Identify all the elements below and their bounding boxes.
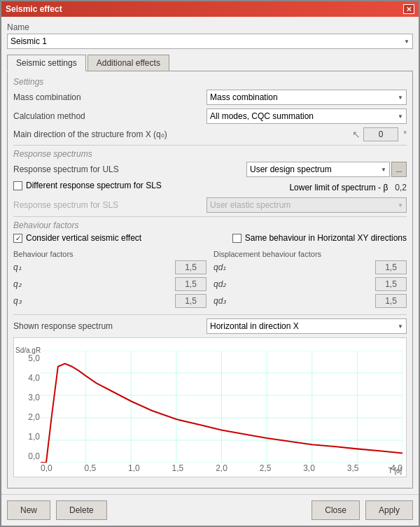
bottom-buttons: New Delete Close Apply (1, 494, 419, 526)
qd3-row: qd₃ 1,5 (214, 294, 407, 308)
consider-vertical-checkbox[interactable] (13, 234, 22, 243)
different-sls-checkbox[interactable] (13, 181, 22, 190)
response-uls-dropdown[interactable]: User design spectrum ▼ (246, 162, 390, 177)
window-title: Seismic effect (6, 4, 62, 14)
main-direction-row: Main direction of the structure from X (… (13, 127, 407, 141)
direction-unit: ° (403, 129, 407, 139)
different-sls-label: Different response spectrum for SLS (26, 181, 162, 190)
different-sls-row: Different response spectrum for SLS (13, 181, 162, 190)
q3-input[interactable]: 1,5 (175, 294, 206, 308)
behaviour-section-label: Behaviour factors (13, 220, 407, 230)
chart-area: Sd/a.gR T [s] 5,0 4,0 3,0 2,0 1,0 0,0 0,… (13, 337, 407, 477)
calc-method-row: Calculation method All modes, CQC summat… (13, 108, 407, 124)
close-button-bottom[interactable]: Close (312, 500, 360, 520)
calc-method-value: All modes, CQC summation (210, 111, 314, 121)
qd3-label: qd₃ (214, 296, 375, 306)
qd1-input[interactable]: 1,5 (375, 260, 407, 274)
q1-row: q₁ 1,5 (13, 260, 206, 274)
close-button[interactable]: ✕ (403, 4, 414, 14)
q2-input[interactable]: 1,5 (175, 277, 206, 291)
mass-combination-label: Mass combination (13, 92, 206, 102)
shown-spectrum-arrow: ▼ (398, 323, 403, 330)
response-sls-arrow: ▼ (398, 202, 403, 209)
divider-1 (13, 145, 407, 146)
q1-input[interactable]: 1,5 (175, 260, 206, 274)
name-dropdown[interactable]: Seismic 1 ▼ (7, 34, 413, 49)
qd2-input[interactable]: 1,5 (375, 277, 407, 291)
name-value: Seismic 1 (10, 36, 47, 46)
q2-label: q₂ (13, 279, 175, 289)
tab-additional-effects[interactable]: Additional effects (88, 55, 169, 71)
chart-svg (41, 351, 402, 463)
lower-limit-label: Lower limit of spectrum - β (289, 183, 388, 192)
lower-limit-value: 0,2 (395, 183, 407, 192)
calc-method-arrow: ▼ (398, 113, 403, 120)
apply-button[interactable]: Apply (365, 500, 413, 520)
qd1-label: qd₁ (214, 262, 375, 272)
divider-2 (13, 216, 407, 217)
new-button[interactable]: New (7, 500, 50, 520)
response-uls-row: Response spectrum for ULS User design sp… (13, 162, 407, 177)
qd3-input[interactable]: 1,5 (375, 294, 407, 308)
qd1-row: qd₁ 1,5 (214, 260, 407, 274)
behaviour-factors-cols: Behaviour factors q₁ 1,5 q₂ 1,5 q₃ 1,5 (13, 250, 407, 311)
mass-combination-value: Mass combination (210, 92, 278, 102)
lower-limit-row: Lower limit of spectrum - β 0,2 (289, 183, 407, 192)
qd2-label: qd₂ (214, 279, 375, 289)
behaviour-col: Behaviour factors q₁ 1,5 q₂ 1,5 q₃ 1,5 (13, 250, 206, 311)
shown-spectrum-label: Shown response spectrum (13, 321, 206, 331)
settings-section-label: Settings (13, 77, 407, 87)
behaviour-factors-label: Behaviour factors (13, 250, 206, 258)
name-label: Name (7, 22, 413, 32)
mass-combination-row: Mass combination Mass combination ▼ (13, 90, 407, 105)
name-dropdown-arrow: ▼ (404, 38, 410, 45)
y-ticks: 5,0 4,0 3,0 2,0 1,0 0,0 (15, 353, 40, 461)
delete-button[interactable]: Delete (56, 500, 107, 520)
divider-3 (13, 314, 407, 315)
name-group: Name Seismic 1 ▼ (7, 22, 413, 49)
qd2-row: qd₂ 1,5 (214, 277, 407, 291)
response-sls-label: Response spectrum for SLS (13, 200, 206, 210)
same-behaviour-row: Same behaviour in Horizontal XY directio… (232, 233, 407, 243)
main-direction-input[interactable]: 0 (363, 127, 398, 141)
tab-content: Settings Mass combination Mass combinati… (7, 71, 413, 489)
calc-method-dropdown[interactable]: All modes, CQC summation ▼ (206, 108, 407, 124)
q1-label: q₁ (13, 262, 175, 272)
response-uls-label: Response spectrum for ULS (13, 164, 246, 174)
response-uls-extra-btn[interactable]: ... (391, 162, 407, 177)
response-sls-value: User elastic spectrum (210, 200, 290, 210)
response-sls-dropdown: User elastic spectrum ▼ (206, 197, 407, 213)
consider-vertical-label: Consider vertical seismic effect (26, 233, 141, 243)
response-uls-arrow: ▼ (381, 167, 386, 173)
q2-row: q₂ 1,5 (13, 277, 206, 291)
x-ticks: 0,0 0,5 1,0 1,5 2,0 2,5 3,0 3,5 4,0 (41, 463, 402, 473)
tab-seismic-settings[interactable]: Seismic settings (7, 55, 86, 71)
calc-method-label: Calculation method (13, 111, 206, 121)
tabs-bar: Seismic settings Additional effects (7, 55, 413, 71)
shown-spectrum-row: Shown response spectrum Horizontal in di… (13, 318, 407, 334)
main-direction-label: Main direction of the structure from X (… (13, 129, 352, 139)
displacement-factors-label: Displacement behaviour factors (214, 250, 407, 258)
response-section-label: Response spectrums (13, 149, 407, 159)
same-behaviour-label: Same behaviour in Horizontal XY directio… (245, 233, 407, 243)
displacement-col: Displacement behaviour factors qd₁ 1,5 q… (214, 250, 407, 311)
title-bar: Seismic effect ✕ (1, 1, 419, 17)
cursor-icon: ↖ (352, 129, 360, 140)
consider-vertical-row: Consider vertical seismic effect (13, 233, 141, 243)
shown-spectrum-dropdown[interactable]: Horizontal in direction X ▼ (206, 318, 407, 334)
shown-spectrum-value: Horizontal in direction X (210, 321, 299, 331)
q3-label: q₃ (13, 296, 175, 306)
q3-row: q₃ 1,5 (13, 294, 206, 308)
response-sls-row: Response spectrum for SLS User elastic s… (13, 197, 407, 213)
mass-combination-dropdown[interactable]: Mass combination ▼ (206, 90, 407, 105)
main-window: Seismic effect ✕ Name Seismic 1 ▼ Seismi… (0, 0, 420, 527)
same-behaviour-checkbox[interactable] (232, 234, 241, 243)
mass-combination-arrow: ▼ (398, 94, 403, 101)
response-uls-value: User design spectrum (250, 164, 332, 174)
